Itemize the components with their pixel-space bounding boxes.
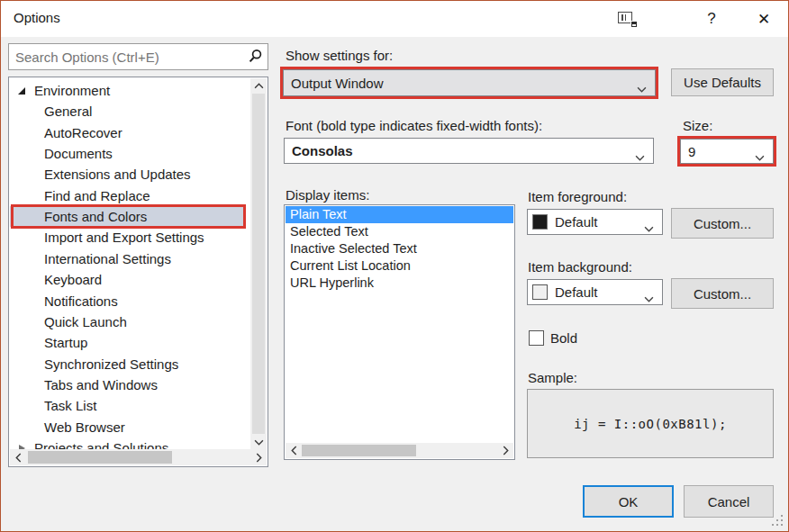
tree-item[interactable]: Quick Launch — [10, 311, 250, 332]
tree-item[interactable]: Tabs and Windows — [10, 374, 250, 395]
chevron-down-icon — [637, 80, 647, 96]
tree-item[interactable]: Startup — [10, 332, 250, 353]
tree-item[interactable]: International Settings — [10, 248, 250, 269]
annotation-size: 9 — [677, 136, 776, 167]
custom-background-button[interactable]: Custom... — [671, 278, 774, 309]
tree-item-label: Keyboard — [44, 272, 102, 287]
show-settings-for-select[interactable]: Output Window — [283, 69, 656, 96]
display-items-list: Plain TextSelected TextInactive Selected… — [284, 204, 515, 460]
tree-hscroll-thumb[interactable] — [28, 451, 172, 464]
tree-items: EnvironmentGeneralAutoRecoverDocumentsEx… — [10, 77, 250, 449]
tree-item[interactable]: Notifications — [10, 291, 250, 311]
tree-item[interactable]: Projects and Solutions — [10, 437, 250, 449]
tree-item-label: Tabs and Windows — [44, 377, 158, 392]
display-item[interactable]: Selected Text — [286, 223, 513, 240]
ok-button[interactable]: OK — [583, 485, 674, 518]
tree-item[interactable]: Documents — [10, 143, 250, 164]
tree-item[interactable]: Keyboard — [10, 269, 250, 290]
sample-text: ij = I::oO(0xB81l); — [574, 417, 727, 431]
annotation-fonts-and-colors — [11, 204, 246, 229]
titlebar: Options ? ✕ — [1, 1, 788, 37]
search-icon[interactable] — [248, 49, 263, 68]
tree-item-label: Synchronized Settings — [44, 356, 178, 372]
expanded-triangle-icon[interactable] — [18, 87, 25, 95]
window-title: Options — [14, 10, 60, 25]
tree-item-label: Quick Launch — [44, 314, 127, 329]
scroll-right-icon[interactable] — [497, 443, 513, 458]
chevron-down-icon — [635, 149, 645, 165]
item-foreground-select[interactable]: Default — [527, 209, 663, 235]
size-label: Size: — [683, 118, 712, 133]
tree-item[interactable]: Synchronized Settings — [10, 354, 250, 374]
tree-item[interactable]: Task List — [10, 395, 250, 416]
options-dialog: Options ? ✕ EnvironmentGeneralAutoRecove… — [0, 0, 789, 532]
cancel-button[interactable]: Cancel — [684, 485, 774, 518]
tree-item[interactable]: General — [10, 101, 250, 122]
chevron-down-icon — [644, 290, 654, 306]
tree-item-label: Projects and Solutions — [34, 440, 168, 449]
item-foreground-value: Default — [555, 210, 598, 234]
help-button[interactable]: ? — [700, 8, 723, 30]
scroll-up-icon[interactable] — [250, 78, 267, 93]
tree-item-label: AutoRecover — [44, 125, 122, 140]
chevron-down-icon — [644, 220, 654, 236]
item-background-select[interactable]: Default — [527, 279, 663, 305]
display-items-label: Display items: — [286, 187, 369, 203]
chevron-down-icon — [755, 149, 765, 165]
scroll-down-icon[interactable] — [250, 435, 267, 449]
display-items: Plain TextSelected TextInactive Selected… — [286, 206, 513, 442]
bold-label: Bold — [550, 330, 577, 346]
tree-item-label: Import and Export Settings — [44, 230, 204, 245]
tree-item[interactable]: AutoRecover — [10, 122, 250, 143]
tree-item-label: International Settings — [44, 251, 171, 266]
size-value: 9 — [688, 140, 695, 163]
list-horizontal-scrollbar[interactable] — [286, 443, 513, 458]
custom-foreground-button[interactable]: Custom... — [671, 208, 774, 239]
tree-item[interactable]: Extensions and Updates — [10, 164, 250, 185]
scroll-right-icon[interactable] — [250, 450, 267, 464]
scroll-left-icon[interactable] — [10, 450, 26, 464]
search-input[interactable] — [15, 44, 240, 69]
tree-item-label: Task List — [44, 398, 96, 413]
tree-item[interactable]: Find and Replace — [10, 185, 250, 206]
search-box — [8, 43, 268, 70]
font-select[interactable]: Consolas — [284, 138, 654, 164]
tree-item-label: Notifications — [44, 293, 118, 309]
scroll-left-icon[interactable] — [286, 443, 302, 458]
item-background-label: Item background: — [528, 259, 632, 275]
list-hscroll-thumb[interactable] — [302, 445, 416, 456]
close-button[interactable]: ✕ — [752, 8, 775, 30]
size-select[interactable]: 9 — [680, 139, 774, 164]
item-foreground-label: Item foreground: — [528, 189, 627, 204]
tree-item-label: Startup — [44, 335, 87, 350]
tree-item-label: Environment — [34, 83, 110, 98]
feedback-icon[interactable] — [616, 10, 638, 28]
tree-vertical-scrollbar[interactable] — [250, 78, 267, 449]
options-tree: EnvironmentGeneralAutoRecoverDocumentsEx… — [8, 77, 268, 467]
tree-item-label: Documents — [44, 146, 113, 161]
sample-box: ij = I::oO(0xB81l); — [527, 389, 774, 458]
font-label: Font (bold type indicates fixed-width fo… — [286, 118, 542, 133]
tree-vscroll-thumb[interactable] — [252, 94, 265, 434]
bold-checkbox[interactable] — [529, 330, 544, 346]
foreground-color-swatch — [532, 214, 548, 230]
tree-item-label: Extensions and Updates — [44, 167, 191, 182]
display-item[interactable]: URL Hyperlink — [286, 275, 513, 292]
annotation-show-settings: Output Window — [280, 67, 658, 99]
show-settings-for-value: Output Window — [291, 70, 384, 95]
sample-label: Sample: — [528, 370, 577, 385]
font-value: Consolas — [292, 139, 353, 163]
resize-grip[interactable] — [781, 524, 783, 526]
tree-item-label: Find and Replace — [44, 188, 150, 203]
tree-item-label: General — [44, 104, 92, 119]
tree-item[interactable]: Environment — [10, 80, 250, 101]
tree-item[interactable]: Import and Export Settings — [10, 227, 250, 248]
tree-horizontal-scrollbar[interactable] — [10, 449, 267, 465]
show-settings-for-label: Show settings for: — [286, 48, 393, 63]
background-color-swatch — [532, 284, 548, 300]
use-defaults-button[interactable]: Use Defaults — [671, 68, 774, 96]
display-item[interactable]: Inactive Selected Text — [286, 240, 513, 257]
tree-item[interactable]: Web Browser — [10, 417, 250, 437]
display-item[interactable]: Current List Location — [286, 257, 513, 275]
display-item[interactable]: Plain Text — [286, 206, 513, 223]
